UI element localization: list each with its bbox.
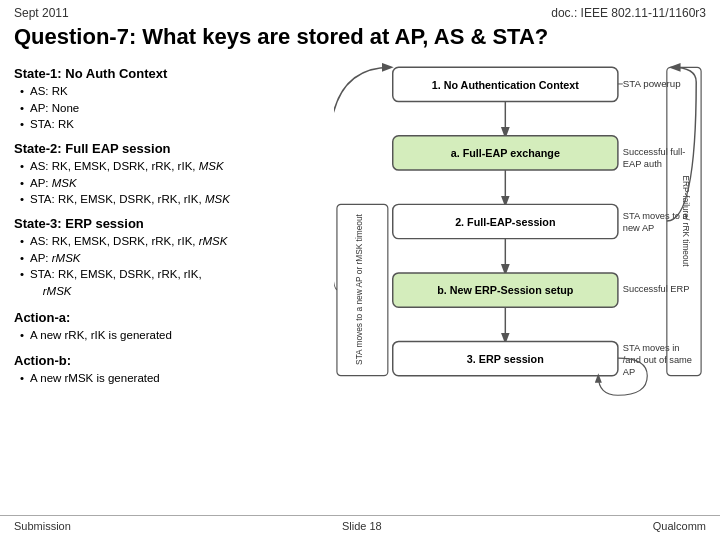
action-a-bullets: A new rRK, rIK is generated	[14, 327, 324, 344]
svg-text:ERP-failure/ rRK timeout: ERP-failure/ rRK timeout	[681, 176, 691, 268]
list-item: AP: rMSK	[20, 250, 324, 267]
svg-text:2. Full-EAP-session: 2. Full-EAP-session	[455, 216, 555, 228]
list-item: AS: RK, EMSK, DSRK, rRK, rIK, rMSK	[20, 233, 324, 250]
svg-text:STA moves to a: STA moves to a	[623, 211, 689, 221]
list-item: AP: None	[20, 100, 324, 117]
svg-text:AP: AP	[623, 367, 635, 377]
svg-text:STA moves in: STA moves in	[623, 343, 680, 353]
list-item: STA: RK, EMSK, DSRK, rRK, rIK, MSK	[20, 191, 324, 208]
svg-text:1. No Authentication Context: 1. No Authentication Context	[432, 79, 580, 91]
header-right: doc.: IEEE 802.11-11/1160r3	[551, 6, 706, 20]
svg-text:b. New ERP-Session setup: b. New ERP-Session setup	[437, 284, 574, 296]
list-item: A new rRK, rIK is generated	[20, 327, 324, 344]
action-a-heading: Action-a:	[14, 310, 324, 325]
action-b-bullets: A new rMSK is generated	[14, 370, 324, 387]
footer: Submission Slide 18 Qualcomm	[0, 515, 720, 532]
svg-text:STA moves to a new AP or rMSK : STA moves to a new AP or rMSK timeout	[354, 213, 364, 364]
action-b-heading: Action-b:	[14, 353, 324, 368]
state3-bullets: AS: RK, EMSK, DSRK, rRK, rIK, rMSK AP: r…	[14, 233, 324, 300]
svg-text:new AP: new AP	[623, 223, 655, 233]
svg-text:Successful full-: Successful full-	[623, 147, 686, 157]
diagram-panel: 1. No Authentication Context STA powerup…	[334, 58, 706, 478]
footer-left: Submission	[14, 520, 71, 532]
header-left: Sept 2011	[14, 6, 69, 20]
left-panel: State-1: No Auth Context AS: RK AP: None…	[14, 58, 324, 478]
state1-heading: State-1: No Auth Context	[14, 66, 324, 81]
svg-text:EAP auth: EAP auth	[623, 159, 662, 169]
list-item: AS: RK	[20, 83, 324, 100]
list-item: STA: RK	[20, 116, 324, 133]
svg-text:a. Full-EAP exchange: a. Full-EAP exchange	[451, 147, 560, 159]
list-item: AS: RK, EMSK, DSRK, rRK, rIK, MSK	[20, 158, 324, 175]
page-title: Question-7: What keys are stored at AP, …	[0, 22, 720, 58]
state2-heading: State-2: Full EAP session	[14, 141, 324, 156]
footer-right: Qualcomm	[653, 520, 706, 532]
list-item: A new rMSK is generated	[20, 370, 324, 387]
diagram-svg: 1. No Authentication Context STA powerup…	[334, 58, 706, 478]
svg-text:STA powerup: STA powerup	[623, 78, 681, 89]
state1-bullets: AS: RK AP: None STA: RK	[14, 83, 324, 133]
svg-text:3. ERP session: 3. ERP session	[467, 353, 544, 365]
state2-bullets: AS: RK, EMSK, DSRK, rRK, rIK, MSK AP: MS…	[14, 158, 324, 208]
list-item: AP: MSK	[20, 175, 324, 192]
list-item: STA: RK, EMSK, DSRK, rRK, rIK, rMSK	[20, 266, 324, 299]
svg-text:Successful ERP: Successful ERP	[623, 284, 690, 294]
state3-heading: State-3: ERP session	[14, 216, 324, 231]
footer-center: Slide 18	[342, 520, 382, 532]
